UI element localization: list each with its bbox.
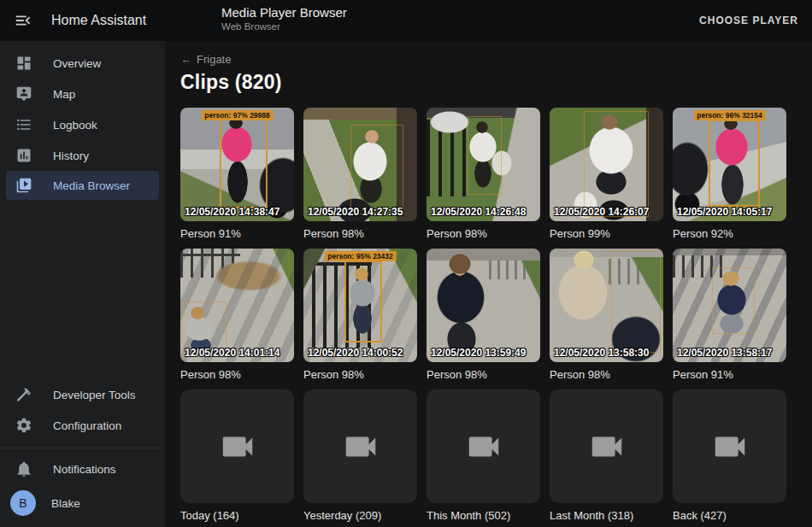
detection-box (709, 120, 760, 207)
folder-tile-today[interactable]: Today (164) (180, 389, 294, 522)
clip-tile[interactable]: 12/05/2020 14:26:07 Person 99% (550, 108, 663, 240)
bell-icon (15, 460, 32, 477)
clip-tile[interactable]: person: 97% 29988 12/05/2020 14:38:47 Pe… (180, 108, 294, 240)
clip-caption: Person 98% (427, 227, 540, 240)
clip-caption: Person 92% (673, 227, 786, 240)
detection-box (468, 116, 502, 195)
sidebar-item-map[interactable]: Map (0, 79, 165, 109)
folder-label: This Month (502) (427, 509, 540, 522)
video-icon (587, 427, 627, 466)
clip-tile[interactable]: 12/05/2020 13:59:49 Person 98% (427, 249, 540, 381)
detection-label: person: 97% 29988 (201, 110, 274, 120)
clip-tile[interactable]: 12/05/2020 14:01:14 Person 98% (180, 249, 294, 381)
clip-tile[interactable]: 12/05/2020 13:58:17 Person 91% (673, 249, 786, 381)
sidebar-item-user[interactable]: B Blake (0, 484, 165, 522)
panel-subtitle: Web Browser (221, 21, 347, 32)
detection-box (220, 113, 268, 208)
detection-box (611, 250, 661, 353)
folder-label: Last Month (318) (550, 509, 663, 522)
clip-tile[interactable]: 12/05/2020 13:58:30 Person 98% (550, 249, 663, 381)
panel-header: Media Player Browser Web Browser (221, 5, 347, 32)
clip-caption: Person 91% (673, 368, 786, 381)
clip-thumbnail: person: 97% 29988 12/05/2020 14:38:47 (180, 108, 294, 221)
sidebar: Overview Map Logbook History Media Brows… (0, 41, 165, 527)
sidebar-item-label: Media Browser (53, 179, 130, 192)
clip-thumbnail: 12/05/2020 13:59:49 (427, 249, 540, 362)
clip-timestamp: 12/05/2020 14:26:48 (431, 206, 526, 218)
sidebar-item-notifications[interactable]: Notifications (0, 454, 165, 484)
clip-tile[interactable]: person: 96% 32154 12/05/2020 14:05:17 Pe… (673, 108, 786, 240)
video-icon (710, 427, 750, 466)
sidebar-item-label: Configuration (53, 419, 121, 432)
clip-thumbnail: person: 96% 32154 12/05/2020 14:05:17 (673, 108, 786, 221)
sidebar-item-label: Notifications (53, 463, 116, 476)
folder-label: Back (427) (673, 509, 786, 522)
sidebar-item-overview[interactable]: Overview (0, 48, 165, 79)
clip-timestamp: 12/05/2020 14:38:47 (185, 206, 279, 218)
hammer-icon (15, 386, 32, 403)
sidebar-item-label: Map (53, 88, 75, 101)
clip-tile[interactable]: 12/05/2020 14:26:48 Person 98% (427, 108, 540, 240)
sidebar-item-history[interactable]: History (0, 140, 165, 171)
person-figure (427, 249, 540, 362)
dashboard-icon (15, 55, 32, 72)
sidebar-item-developer-tools[interactable]: Developer Tools (0, 379, 165, 410)
clip-caption: Person 99% (550, 227, 663, 240)
back-breadcrumb[interactable]: ← Frigate (180, 53, 231, 66)
clip-timestamp: 12/05/2020 14:26:07 (554, 206, 649, 218)
sidebar-item-logbook[interactable]: Logbook (0, 109, 165, 140)
detection-box (584, 111, 649, 217)
video-icon (218, 427, 257, 466)
clip-caption: Person 98% (303, 227, 417, 240)
folder-tile-back[interactable]: Back (427) (673, 389, 786, 522)
clip-caption: Person 98% (427, 368, 540, 381)
clip-caption: Person 98% (180, 368, 294, 381)
sidebar-item-configuration[interactable]: Configuration (0, 410, 165, 441)
folder-tile-last-month[interactable]: Last Month (318) (550, 389, 663, 522)
video-icon (464, 427, 503, 466)
sidebar-item-label: Overview (53, 57, 101, 70)
folder-label: Today (164) (180, 509, 294, 522)
folder-tile-this-month[interactable]: This Month (502) (427, 389, 540, 522)
clip-tile[interactable]: 12/05/2020 14:27:35 Person 98% (303, 108, 417, 240)
user-name: Blake (51, 497, 80, 510)
detection-box (712, 267, 755, 334)
folder-thumbnail (180, 389, 294, 503)
clip-timestamp: 12/05/2020 13:58:17 (677, 347, 772, 359)
avatar: B (10, 490, 36, 516)
choose-player-button[interactable]: CHOOSE PLAYER (699, 15, 798, 26)
folder-thumbnail (303, 389, 417, 503)
clip-caption: Person 98% (303, 368, 417, 381)
clip-timestamp: 12/05/2020 13:58:30 (554, 347, 649, 359)
back-label: Frigate (197, 53, 231, 66)
detection-box (344, 261, 382, 343)
video-icon (341, 427, 380, 466)
clip-thumbnail: 12/05/2020 13:58:17 (673, 249, 786, 362)
detection-label: person: 95% 23432 (324, 251, 397, 261)
sidebar-divider (0, 448, 165, 448)
sidebar-item-label: Developer Tools (53, 389, 136, 401)
clip-thumbnail: 12/05/2020 13:58:30 (550, 249, 663, 362)
clip-thumbnail: 12/05/2020 14:26:07 (550, 108, 663, 221)
clip-thumbnail: 12/05/2020 14:01:14 (180, 249, 294, 362)
folder-tile-yesterday[interactable]: Yesterday (209) (303, 389, 417, 522)
app-title: Home Assistant (51, 13, 146, 28)
folder-thumbnail (427, 389, 540, 503)
clip-tile[interactable]: person: 95% 23432 12/05/2020 14:00:52 Pe… (303, 249, 417, 381)
sidebar-item-media-browser[interactable]: Media Browser (6, 171, 159, 200)
gear-icon (15, 417, 32, 434)
detection-box (350, 125, 403, 214)
top-app-bar: Home Assistant Media Player Browser Web … (0, 0, 812, 41)
clip-caption: Person 91% (180, 227, 294, 240)
sidebar-item-label: History (53, 149, 89, 162)
clip-caption: Person 98% (550, 368, 663, 381)
panel-title: Media Player Browser (221, 5, 347, 20)
media-browser-panel: ← Frigate Clips (820) person: 97% 29988 … (165, 41, 812, 527)
detection-label: person: 96% 32154 (693, 110, 766, 120)
logbook-icon (15, 116, 32, 133)
clip-timestamp: 12/05/2020 14:27:35 (308, 206, 403, 218)
folder-label: Yesterday (209) (303, 509, 417, 522)
menu-open-icon[interactable] (14, 10, 34, 31)
clip-timestamp: 12/05/2020 13:59:49 (431, 347, 526, 359)
clip-thumbnail: 12/05/2020 14:26:48 (427, 108, 540, 221)
